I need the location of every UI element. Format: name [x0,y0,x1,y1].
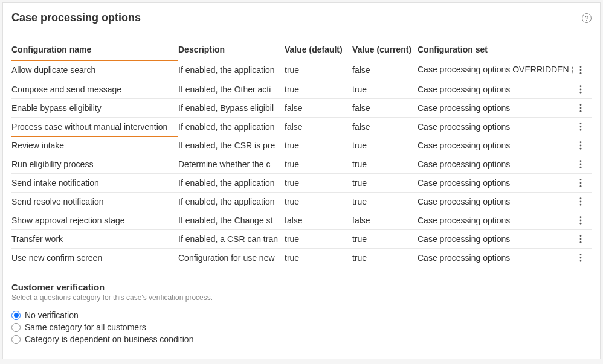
svg-point-32 [580,260,582,262]
config-desc-cell: If enabled, the CSR is pre [178,136,285,155]
verification-title: Customer verification [11,282,592,292]
kebab-menu-icon[interactable] [573,160,588,168]
refresh-icon[interactable] [571,65,573,75]
kebab-menu-icon[interactable] [573,123,588,131]
config-desc-cell: If enabled, the application [178,174,285,193]
config-set-cell: Case processing options [418,230,573,249]
col-name-header[interactable]: Configuration name [11,41,178,60]
config-name-cell: Use new confirm screen [11,249,178,267]
row-actions-cell [573,230,592,249]
config-name-cell: Review intake [11,136,178,155]
radio-label: Same category for all customers [25,322,146,332]
config-default-cell: false [285,99,352,118]
svg-point-16 [580,164,582,165]
config-desc-cell: If enabled, the application [178,193,285,211]
table-row[interactable]: Compose and send messageIf enabled, the … [11,80,592,99]
kebab-menu-icon[interactable] [573,197,588,206]
row-actions-cell [573,155,592,174]
config-current-cell: false [352,118,418,136]
config-name-cell: Show approval rejection stage [11,211,178,230]
svg-point-25 [580,220,582,222]
col-vcur-header[interactable]: Value (current) [352,41,418,60]
kebab-menu-icon[interactable] [573,66,588,74]
svg-point-23 [580,204,582,206]
row-actions-cell [573,60,592,80]
kebab-menu-icon[interactable] [573,235,588,243]
radio-option[interactable]: No verification [11,310,592,320]
row-actions-cell [573,211,592,230]
config-default-cell: false [285,118,352,136]
table-row[interactable]: Review intakeIf enabled, the CSR is pret… [11,136,592,155]
kebab-menu-icon[interactable] [573,179,588,187]
kebab-menu-icon[interactable] [573,254,588,262]
svg-point-1 [580,69,582,71]
svg-point-8 [580,110,582,112]
svg-point-2 [580,72,582,74]
svg-point-13 [580,145,582,147]
svg-point-14 [580,148,582,150]
col-vdef-header[interactable]: Value (default) [285,41,352,60]
kebab-menu-icon[interactable] [573,141,588,150]
config-default-cell: true [285,155,352,174]
config-set-cell: Case processing options [418,249,573,267]
config-current-cell: true [352,155,418,174]
table-row[interactable]: Run eligibility processDetermine whether… [11,155,592,174]
radio-label: Category is dependent on business condit… [25,334,193,344]
config-current-cell: false [352,99,418,118]
config-desc-cell: Configuration for use new [178,249,285,267]
config-set-cell: Case processing options [418,136,573,155]
row-actions-cell [573,136,592,155]
col-cset-header[interactable]: Configuration set [418,41,573,60]
config-default-cell: true [285,193,352,211]
config-name-cell: Send resolve notification [11,193,178,211]
table-row[interactable]: Send resolve notificationIf enabled, the… [11,193,592,211]
row-actions-cell [573,118,592,136]
page-title: Case processing options [11,11,141,24]
radio-option[interactable]: Category is dependent on business condit… [11,334,592,344]
config-current-cell: true [352,230,418,249]
config-set-cell: Case processing options OVERRIDDEN [418,60,573,80]
config-default-cell: true [285,174,352,193]
table-row[interactable]: Show approval rejection stageIf enabled,… [11,211,592,230]
config-default-cell: true [285,230,352,249]
table-row[interactable]: Send intake notificationIf enabled, the … [11,174,592,193]
radio-button-icon[interactable] [11,311,21,320]
svg-point-27 [580,235,582,237]
table-row[interactable]: Allow duplicate searchIf enabled, the ap… [11,60,592,80]
svg-point-26 [580,223,582,225]
svg-point-6 [580,104,582,106]
verification-radio-group: No verificationSame category for all cus… [11,310,592,344]
row-actions-cell [573,80,592,99]
radio-option[interactable]: Same category for all customers [11,322,592,332]
kebab-menu-icon[interactable] [573,104,588,112]
radio-button-icon[interactable] [11,323,21,332]
config-default-cell: true [285,136,352,155]
svg-point-5 [580,92,582,94]
config-current-cell: true [352,193,418,211]
table-row[interactable]: Process case without manual intervention… [11,118,592,136]
radio-button-icon[interactable] [11,335,21,344]
config-set-cell: Case processing options [418,155,573,174]
config-default-cell: true [285,60,352,80]
row-actions-cell [573,99,592,118]
svg-point-9 [580,123,582,125]
svg-point-15 [580,161,582,162]
config-name-cell: Transfer work [11,230,178,249]
svg-point-29 [580,241,582,243]
help-icon[interactable]: ? [582,13,592,23]
config-default-cell: true [285,249,352,267]
col-desc-header[interactable]: Description [178,41,285,60]
svg-point-19 [580,182,582,184]
table-row[interactable]: Transfer workIf enabled, a CSR can trant… [11,230,592,249]
table-row[interactable]: Enable bypass eligibilityIf enabled, Byp… [11,99,592,118]
config-set-cell: Case processing options [418,211,573,230]
kebab-menu-icon[interactable] [573,216,588,225]
svg-point-17 [580,167,582,168]
table-row[interactable]: Use new confirm screenConfiguration for … [11,249,592,267]
svg-point-7 [580,107,582,109]
config-table: Configuration name Description Value (de… [11,41,592,267]
config-desc-cell: If enabled, the Change st [178,211,285,230]
svg-point-18 [580,179,582,181]
kebab-menu-icon[interactable] [573,85,588,94]
config-current-cell: true [352,136,418,155]
